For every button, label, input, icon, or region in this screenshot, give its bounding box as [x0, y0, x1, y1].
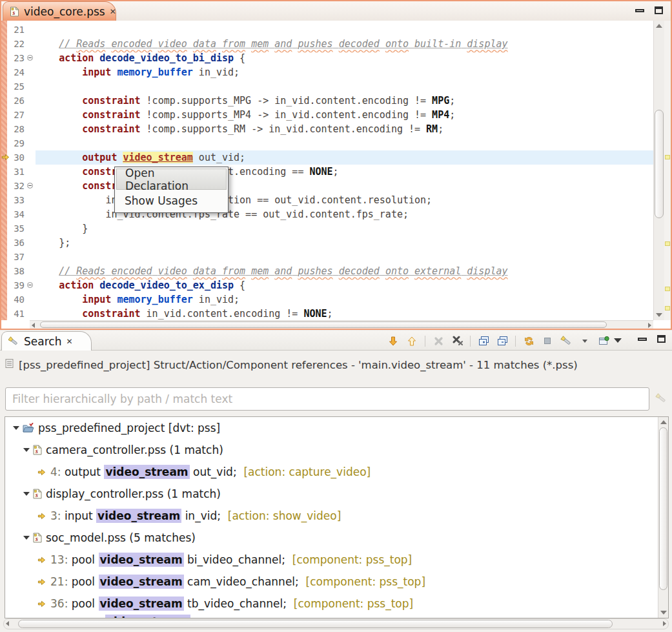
match-context: [action: capture_video] — [243, 465, 371, 478]
editor-vertical-scrollbar[interactable] — [653, 21, 664, 320]
line-number: 22 — [7, 37, 26, 51]
tree-item-match[interactable]: 21: pool video_stream cam_video_channel;… — [5, 571, 668, 593]
editor-hscroll-thumb[interactable] — [40, 321, 607, 328]
occurrence-marker[interactable] — [665, 306, 670, 311]
tree-vscroll-thumb[interactable] — [659, 427, 667, 590]
expand-all-icon[interactable] — [478, 335, 489, 347]
line-number: 40 — [7, 292, 26, 307]
match-text: pool — [72, 553, 99, 566]
run-current-search-again-icon[interactable] — [523, 335, 535, 347]
editor-overview-ruler[interactable] — [664, 21, 671, 320]
expander-icon[interactable] — [23, 492, 30, 499]
expander-icon[interactable] — [23, 536, 30, 543]
remove-selected-matches-icon[interactable] — [433, 335, 444, 347]
tree-item-file[interactable]: sdisplay_controller.pss (1 match) — [5, 483, 668, 505]
fold-collapse-icon[interactable] — [27, 183, 33, 189]
remove-all-matches-icon[interactable] — [451, 335, 463, 347]
code-line-21[interactable]: 21 — [1, 23, 653, 37]
line-number: 21 — [7, 23, 26, 37]
code-line-37[interactable]: 37 — [1, 250, 653, 264]
code-line-39[interactable]: 39 action decode_video_to_ex_disp { — [1, 278, 653, 292]
show-next-match-icon[interactable] — [387, 335, 399, 347]
code-line-34[interactable]: 34 in_vid.content.fps_rate == out_vid.co… — [1, 207, 653, 221]
code-line-27[interactable]: 27 constraint !comp.supports_MP4 -> in_v… — [1, 108, 653, 122]
occurrence-marker[interactable] — [665, 155, 670, 159]
tree-item-match[interactable]: 13: pool video_stream bi_video_channel; … — [5, 549, 668, 571]
code-line-36[interactable]: 36 }; — [1, 236, 653, 250]
editor-vscroll-thumb[interactable] — [655, 110, 664, 218]
scroll-left-arrow[interactable] — [6, 621, 9, 626]
fold-collapse-icon[interactable] — [27, 55, 33, 61]
code-line-22[interactable]: 22 // Reads encoded video data from mem … — [1, 37, 653, 51]
search-results-tree[interactable]: pss_predefined_project [dvt: pss]scamera… — [5, 416, 669, 618]
code-line-29[interactable]: 29 — [1, 136, 653, 150]
tree-hscroll-thumb[interactable] — [18, 620, 613, 628]
code-line-26[interactable]: 26 constraint !comp.supports_MPG -> in_v… — [1, 94, 653, 108]
code-line-30[interactable]: 30 output video_stream out_vid; — [1, 150, 653, 165]
code-line-28[interactable]: 28 constraint !comp.supports_RM -> in_vi… — [1, 122, 653, 136]
match-line-number: 21: — [50, 575, 72, 588]
code-line-41[interactable]: 41 constraint in_vid.content.encoding !=… — [1, 307, 653, 320]
search-maximize-icon[interactable] — [657, 335, 666, 343]
tree-item-file[interactable]: ssoc_model.pss (5 matches) — [5, 527, 668, 549]
menu-item-open-declaration[interactable]: Open Declaration — [116, 168, 227, 190]
scroll-left-arrow[interactable] — [32, 323, 35, 328]
scroll-up-arrow[interactable] — [660, 420, 667, 424]
search-tab-close-icon[interactable]: ✕ — [66, 337, 72, 346]
video-stream-hyperlink[interactable]: video_stream — [123, 152, 192, 163]
filter-options-icon[interactable] — [655, 392, 667, 407]
tree-item-match[interactable]: 36: pool video_stream tb_video_channel; … — [5, 593, 668, 615]
show-previous-match-icon[interactable] — [406, 335, 418, 347]
tree-vertical-scrollbar[interactable] — [658, 417, 668, 618]
line-number: 37 — [7, 250, 26, 264]
search-view-tab[interactable]: Search ✕ — [1, 331, 92, 351]
match-arrow-icon — [37, 578, 46, 586]
code-line-35[interactable]: 35 } — [1, 221, 653, 236]
scroll-down-arrow[interactable] — [656, 313, 662, 317]
scroll-right-arrow[interactable] — [648, 323, 651, 328]
view-menu-icon[interactable] — [614, 338, 622, 347]
code-line-32[interactable]: 32 constraint c { — [1, 179, 653, 193]
tree-item-match[interactable]: 3: input video_stream in_vid; [action: s… — [5, 505, 668, 527]
filter-input[interactable] — [5, 387, 649, 411]
menu-item-show-usages[interactable]: Show Usages — [116, 190, 227, 211]
expander-icon[interactable] — [13, 426, 19, 433]
editor-maximize-icon[interactable] — [655, 6, 663, 14]
code-editor[interactable]: 2122 // Reads encoded video data from me… — [1, 21, 671, 329]
match-highlight: video_stream — [99, 553, 184, 567]
expander-icon[interactable] — [23, 448, 30, 455]
code-line-33[interactable]: 33 in_vid.content.resolution == out_vid.… — [1, 193, 653, 207]
previous-search-results-icon[interactable] — [560, 335, 572, 347]
search-minimize-icon[interactable] — [638, 338, 647, 341]
code-line-24[interactable]: 24 input memory_buffer in_vid; — [1, 65, 653, 79]
scroll-up-arrow[interactable] — [656, 24, 662, 28]
code-line-40[interactable]: 40 input memory_buffer in_vid; — [1, 292, 653, 307]
terminate-search-icon[interactable] — [542, 335, 553, 347]
code-lines[interactable]: 2122 // Reads encoded video data from me… — [1, 21, 653, 320]
occurrence-marker[interactable] — [665, 287, 670, 291]
code-line-31[interactable]: 31 constraint out_vid.content.encoding =… — [1, 165, 653, 179]
code-line-23[interactable]: 23 action decode_video_to_bi_disp { — [1, 51, 653, 65]
previous-search-results-dropdown-icon[interactable] — [579, 335, 591, 347]
tree-item-match[interactable]: 4: output video_stream out_vid; [action:… — [5, 461, 668, 483]
editor-horizontal-scrollbar[interactable] — [30, 320, 653, 329]
tree-horizontal-scrollbar[interactable] — [3, 618, 669, 629]
editor-tab-video-core[interactable]: s video_core.pss ✕ — [3, 1, 116, 21]
editor-minimize-icon[interactable] — [635, 9, 644, 12]
collapse-all-icon[interactable] — [496, 335, 508, 347]
tree-item-file[interactable]: scamera_controller.pss (1 match) — [5, 439, 668, 461]
tree-item-project[interactable]: pss_predefined_project [dvt: pss] — [5, 417, 668, 439]
pin-search-view-icon[interactable] — [598, 335, 609, 347]
scroll-down-arrow[interactable] — [660, 611, 667, 615]
line-number: 25 — [7, 79, 26, 94]
pss-file-icon: s — [33, 445, 42, 455]
scroll-right-arrow[interactable] — [663, 621, 666, 626]
code-line-25[interactable]: 25 — [1, 79, 653, 94]
code-line-38[interactable]: 38 // Reads encoded video data from mem … — [1, 264, 653, 278]
occurrence-marker[interactable] — [665, 241, 670, 246]
match-highlight: video_stream — [96, 509, 181, 523]
fold-collapse-icon[interactable] — [27, 282, 33, 288]
tree-item-label: camera_controller.pss (1 match) — [46, 443, 223, 456]
editor-tab-close-icon[interactable]: ✕ — [110, 7, 116, 16]
match-text: in_vid; — [181, 509, 228, 522]
